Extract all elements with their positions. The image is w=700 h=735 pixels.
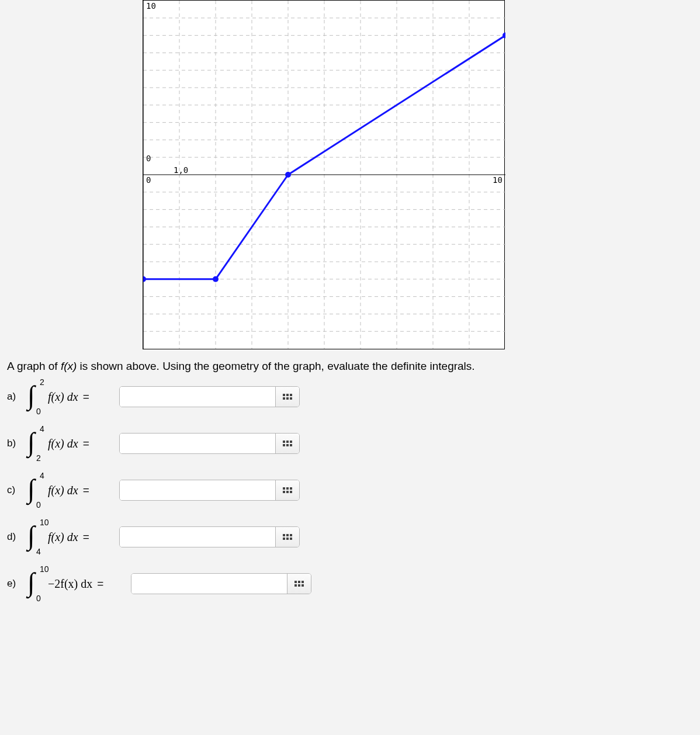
equals-sign: = — [95, 577, 106, 590]
answer-box-a — [119, 386, 300, 407]
question-e-label: e) — [7, 578, 20, 590]
answer-box-e — [131, 573, 311, 594]
answer-input-b[interactable] — [120, 434, 275, 453]
integral-a: ∫ 2 0 f(x) dx = — [26, 381, 113, 412]
keypad-button-b[interactable] — [275, 434, 299, 453]
integrand-c: f(x) dx — [48, 484, 78, 497]
data-point — [143, 276, 146, 282]
chart-container: 10 0 0 1,0 10 — [143, 0, 505, 349]
integral-lower: 4 — [36, 547, 41, 556]
equals-sign: = — [81, 484, 92, 497]
integrand-a: f(x) dx — [48, 390, 78, 404]
tick-x-right: 10 — [493, 175, 503, 185]
answer-box-c — [119, 480, 300, 501]
integral-e: ∫ 10 0 −2f(x) dx = — [26, 568, 125, 599]
integral-symbol: ∫ 4 2 — [26, 428, 46, 459]
answer-input-c[interactable] — [120, 480, 275, 500]
integrand-d: f(x) dx — [48, 531, 78, 544]
equals-sign: = — [81, 437, 92, 450]
answer-box-d — [119, 526, 300, 547]
prompt-prefix: A graph of — [7, 360, 61, 372]
keypad-button-e[interactable] — [287, 574, 311, 594]
keypad-icon — [283, 487, 292, 493]
chart-svg: 10 0 0 1,0 10 — [143, 1, 505, 349]
question-c: c) ∫ 4 0 f(x) dx = — [7, 474, 693, 506]
integral-upper: 4 — [40, 471, 44, 480]
prompt-text: A graph of f(x) is shown above. Using th… — [7, 360, 693, 373]
integral-b: ∫ 4 2 f(x) dx = — [26, 428, 113, 459]
integral-upper: 10 — [40, 518, 49, 527]
tick-y-top: 10 — [146, 1, 156, 11]
keypad-button-d[interactable] — [275, 527, 299, 547]
integral-symbol: ∫ 10 4 — [26, 521, 46, 553]
integral-lower: 0 — [36, 500, 41, 509]
prompt-fx: f(x) — [61, 360, 77, 372]
question-d-label: d) — [7, 531, 20, 543]
tick-origin-right: 1,0 — [174, 165, 188, 175]
question-a-label: a) — [7, 391, 20, 403]
integral-upper: 10 — [40, 564, 49, 574]
tick-origin: 0 — [146, 175, 151, 185]
integrand-b: f(x) dx — [48, 437, 78, 450]
keypad-icon — [283, 441, 292, 446]
data-point — [213, 276, 219, 282]
keypad-button-c[interactable] — [275, 480, 299, 500]
tick-y-zero: 0 — [146, 154, 151, 163]
question-d: d) ∫ 10 4 f(x) dx = — [7, 521, 693, 553]
data-point — [285, 172, 291, 178]
answer-input-d[interactable] — [120, 527, 275, 547]
integral-symbol: ∫ 2 0 — [26, 381, 46, 412]
keypad-icon — [294, 581, 304, 587]
integral-lower: 2 — [36, 453, 41, 463]
integrand-e: −2f(x) dx — [48, 577, 92, 591]
question-c-label: c) — [7, 484, 20, 496]
question-b: b) ∫ 4 2 f(x) dx = — [7, 428, 693, 459]
integral-upper: 4 — [40, 424, 44, 434]
answer-input-a[interactable] — [120, 387, 275, 407]
integral-d: ∫ 10 4 f(x) dx = — [26, 521, 113, 553]
prompt-suffix: is shown above. Using the geometry of th… — [77, 360, 474, 372]
keypad-button-a[interactable] — [275, 387, 299, 407]
question-b-label: b) — [7, 438, 20, 449]
integral-symbol: ∫ 10 0 — [26, 568, 46, 599]
integral-lower: 0 — [36, 594, 41, 603]
integral-lower: 0 — [36, 407, 41, 416]
keypad-icon — [283, 394, 292, 400]
integral-upper: 2 — [40, 377, 44, 387]
integral-symbol: ∫ 4 0 — [26, 474, 46, 506]
answer-box-b — [119, 433, 300, 454]
equals-sign: = — [81, 531, 92, 543]
question-e: e) ∫ 10 0 −2f(x) dx = — [7, 568, 693, 599]
question-a: a) ∫ 2 0 f(x) dx = — [7, 381, 693, 412]
keypad-icon — [283, 534, 292, 540]
equals-sign: = — [81, 390, 92, 403]
answer-input-e[interactable] — [131, 574, 287, 594]
integral-c: ∫ 4 0 f(x) dx = — [26, 474, 113, 506]
